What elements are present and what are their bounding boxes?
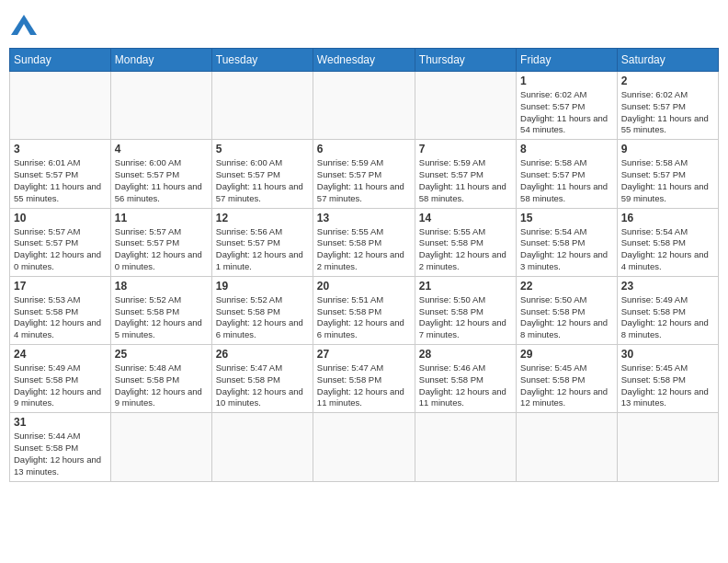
day-number: 31 [14,416,107,429]
day-info: Sunrise: 5:59 AM Sunset: 5:57 PM Dayligh… [419,157,512,204]
calendar-header-monday: Monday [110,49,211,72]
calendar-cell: 21Sunrise: 5:50 AM Sunset: 5:58 PM Dayli… [415,276,516,344]
day-info: Sunrise: 6:00 AM Sunset: 5:57 PM Dayligh… [115,157,208,204]
day-number: 15 [520,212,613,224]
calendar-cell [415,413,516,481]
day-info: Sunrise: 5:50 AM Sunset: 5:58 PM Dayligh… [520,294,613,341]
day-number: 9 [621,143,714,155]
day-info: Sunrise: 5:54 AM Sunset: 5:58 PM Dayligh… [520,226,613,273]
calendar-cell: 26Sunrise: 5:47 AM Sunset: 5:58 PM Dayli… [211,345,313,413]
calendar: SundayMondayTuesdayWednesdayThursdayFrid… [9,48,719,482]
calendar-week-row: 31Sunrise: 5:44 AM Sunset: 5:58 PM Dayli… [10,413,719,481]
day-info: Sunrise: 5:47 AM Sunset: 5:58 PM Dayligh… [317,362,411,409]
calendar-cell [617,413,718,481]
calendar-cell: 25Sunrise: 5:48 AM Sunset: 5:58 PM Dayli… [110,345,211,413]
calendar-header-saturday: Saturday [617,49,718,72]
calendar-cell: 3Sunrise: 6:01 AM Sunset: 5:57 PM Daylig… [10,140,111,208]
day-info: Sunrise: 6:01 AM Sunset: 5:57 PM Dayligh… [14,157,107,204]
calendar-cell: 5Sunrise: 6:00 AM Sunset: 5:57 PM Daylig… [211,140,313,208]
calendar-header-thursday: Thursday [415,49,516,72]
calendar-cell: 16Sunrise: 5:54 AM Sunset: 5:58 PM Dayli… [617,208,718,276]
calendar-cell: 1Sunrise: 6:02 AM Sunset: 5:57 PM Daylig… [517,72,618,140]
day-info: Sunrise: 5:51 AM Sunset: 5:58 PM Dayligh… [317,294,411,341]
calendar-cell: 22Sunrise: 5:50 AM Sunset: 5:58 PM Dayli… [517,276,618,344]
day-number: 23 [621,280,714,293]
calendar-cell: 27Sunrise: 5:47 AM Sunset: 5:58 PM Dayli… [313,345,415,413]
calendar-cell: 31Sunrise: 5:44 AM Sunset: 5:58 PM Dayli… [10,413,111,481]
calendar-cell: 8Sunrise: 5:58 AM Sunset: 5:57 PM Daylig… [517,140,618,208]
day-number: 2 [621,75,714,87]
day-number: 17 [14,280,107,293]
day-number: 3 [14,143,107,155]
day-number: 8 [520,143,613,155]
calendar-header-row: SundayMondayTuesdayWednesdayThursdayFrid… [10,49,719,72]
day-info: Sunrise: 5:58 AM Sunset: 5:57 PM Dayligh… [520,157,613,204]
day-info: Sunrise: 5:48 AM Sunset: 5:58 PM Dayligh… [115,362,208,409]
day-number: 12 [216,212,309,224]
day-number: 24 [14,348,107,361]
calendar-cell: 20Sunrise: 5:51 AM Sunset: 5:58 PM Dayli… [313,276,415,344]
day-info: Sunrise: 5:50 AM Sunset: 5:58 PM Dayligh… [419,294,512,341]
day-number: 11 [115,212,208,224]
calendar-cell [313,72,415,140]
calendar-cell: 23Sunrise: 5:49 AM Sunset: 5:58 PM Dayli… [617,276,718,344]
day-info: Sunrise: 5:59 AM Sunset: 5:57 PM Dayligh… [317,157,411,204]
calendar-cell: 13Sunrise: 5:55 AM Sunset: 5:58 PM Dayli… [313,208,415,276]
calendar-cell: 4Sunrise: 6:00 AM Sunset: 5:57 PM Daylig… [110,140,211,208]
day-info: Sunrise: 5:58 AM Sunset: 5:57 PM Dayligh… [621,157,714,204]
calendar-cell: 6Sunrise: 5:59 AM Sunset: 5:57 PM Daylig… [313,140,415,208]
calendar-cell: 30Sunrise: 5:45 AM Sunset: 5:58 PM Dayli… [617,345,718,413]
calendar-cell [110,72,211,140]
day-number: 29 [520,348,613,361]
day-number: 25 [115,348,208,361]
day-number: 26 [216,348,309,361]
calendar-cell: 28Sunrise: 5:46 AM Sunset: 5:58 PM Dayli… [415,345,516,413]
day-number: 20 [317,280,411,293]
calendar-cell: 29Sunrise: 5:45 AM Sunset: 5:58 PM Dayli… [517,345,618,413]
day-number: 30 [621,348,714,361]
calendar-cell: 24Sunrise: 5:49 AM Sunset: 5:58 PM Dayli… [10,345,111,413]
day-number: 18 [115,280,208,293]
logo [9,9,37,40]
day-info: Sunrise: 5:54 AM Sunset: 5:58 PM Dayligh… [621,226,714,273]
day-info: Sunrise: 5:53 AM Sunset: 5:58 PM Dayligh… [14,294,107,341]
logo-icon [11,15,37,35]
day-info: Sunrise: 5:52 AM Sunset: 5:58 PM Dayligh… [216,294,309,341]
day-number: 14 [419,212,512,224]
day-info: Sunrise: 6:00 AM Sunset: 5:57 PM Dayligh… [216,157,309,204]
calendar-cell [10,72,111,140]
day-info: Sunrise: 5:57 AM Sunset: 5:57 PM Dayligh… [14,226,107,273]
calendar-cell: 10Sunrise: 5:57 AM Sunset: 5:57 PM Dayli… [10,208,111,276]
calendar-cell: 12Sunrise: 5:56 AM Sunset: 5:57 PM Dayli… [211,208,313,276]
calendar-cell [211,72,313,140]
day-number: 27 [317,348,411,361]
day-number: 7 [419,143,512,155]
day-info: Sunrise: 5:49 AM Sunset: 5:58 PM Dayligh… [621,294,714,341]
day-info: Sunrise: 5:45 AM Sunset: 5:58 PM Dayligh… [621,362,714,409]
calendar-header-tuesday: Tuesday [211,49,313,72]
calendar-cell [110,413,211,481]
day-info: Sunrise: 6:02 AM Sunset: 5:57 PM Dayligh… [621,89,714,136]
day-number: 28 [419,348,512,361]
calendar-cell [415,72,516,140]
day-info: Sunrise: 5:45 AM Sunset: 5:58 PM Dayligh… [520,362,613,409]
calendar-week-row: 3Sunrise: 6:01 AM Sunset: 5:57 PM Daylig… [10,140,719,208]
calendar-cell: 18Sunrise: 5:52 AM Sunset: 5:58 PM Dayli… [110,276,211,344]
day-info: Sunrise: 5:44 AM Sunset: 5:58 PM Dayligh… [14,431,107,477]
calendar-cell: 17Sunrise: 5:53 AM Sunset: 5:58 PM Dayli… [10,276,111,344]
day-info: Sunrise: 5:55 AM Sunset: 5:58 PM Dayligh… [419,226,512,273]
calendar-cell [313,413,415,481]
day-number: 1 [520,75,613,87]
calendar-header-sunday: Sunday [10,49,111,72]
calendar-cell: 19Sunrise: 5:52 AM Sunset: 5:58 PM Dayli… [211,276,313,344]
header [9,9,719,40]
day-number: 21 [419,280,512,293]
calendar-cell: 11Sunrise: 5:57 AM Sunset: 5:57 PM Dayli… [110,208,211,276]
day-info: Sunrise: 5:49 AM Sunset: 5:58 PM Dayligh… [14,362,107,409]
calendar-cell [211,413,313,481]
day-info: Sunrise: 5:56 AM Sunset: 5:57 PM Dayligh… [216,226,309,273]
day-number: 19 [216,280,309,293]
day-number: 4 [115,143,208,155]
calendar-cell: 2Sunrise: 6:02 AM Sunset: 5:57 PM Daylig… [617,72,718,140]
calendar-header-friday: Friday [517,49,618,72]
